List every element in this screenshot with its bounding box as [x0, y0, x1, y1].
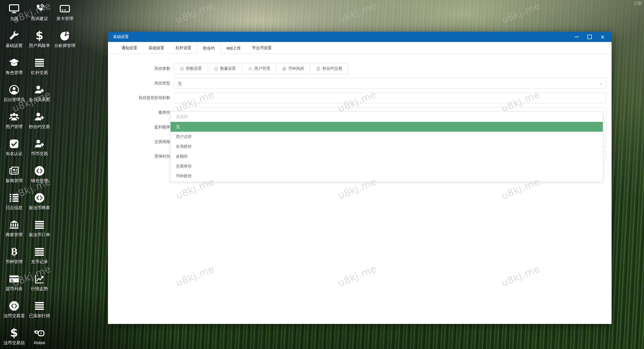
form-row-input[interactable]	[174, 93, 607, 103]
minimize-icon	[575, 37, 579, 37]
desktop-item[interactable]: 秒合约交易	[27, 109, 52, 136]
risk-type-label: 风控类型	[108, 81, 174, 86]
graduation-cap-icon	[8, 56, 20, 69]
risk-params-label: 风控参数	[108, 66, 174, 71]
desktop-item[interactable]: 发卡管理	[52, 1, 77, 28]
tab-leverage-settings[interactable]: 杠杆设置	[170, 42, 197, 53]
desktop-item[interactable]: 用户管理	[2, 109, 26, 136]
desktop-item[interactable]: 角色管理	[2, 55, 26, 82]
desktop-item[interactable]: 新法币商家	[27, 190, 52, 217]
dropdown-option[interactable]: 币种群控	[171, 171, 603, 181]
svg-text:$: $	[284, 67, 285, 70]
desktop-item[interactable]: 后台管理员	[2, 82, 26, 109]
desktop-item[interactable]: 投诉建议	[27, 1, 52, 28]
phone-icon	[34, 2, 45, 15]
tab-notify-settings[interactable]: 通知设置	[116, 42, 143, 53]
dollar-icon: $	[8, 326, 20, 339]
desktop-item[interactable]: 杠杆交易	[27, 55, 52, 82]
dropdown-option[interactable]: 金额控	[171, 151, 603, 161]
user-plus-icon	[34, 137, 45, 150]
desktop-item[interactable]: Robot	[27, 325, 52, 349]
risk-param-button[interactable]: i数量设置	[208, 63, 242, 74]
tab-basic-settings[interactable]: 基础设置	[143, 42, 170, 53]
svg-text:i: i	[216, 68, 216, 70]
desktop-item[interactable]: 已添加行情	[27, 298, 52, 325]
robot-icon	[34, 326, 45, 339]
settings-tabbar: 通知设置基础设置杠杆设置秒合约app上传平台币设置	[108, 42, 612, 54]
list-icon	[34, 56, 45, 69]
desktop-item[interactable]: B币种管理	[2, 244, 26, 271]
tab-app-upload[interactable]: app上传	[221, 42, 246, 53]
risk-param-button[interactable]: 秒合约交易	[310, 63, 348, 74]
tab-seconds-contract[interactable]: 秒合约	[197, 42, 221, 54]
risk-type-row: 风控类型 无 ▲	[108, 78, 612, 89]
desktop-item[interactable]: 钱包管理	[27, 163, 52, 190]
desktop-item-label: 用户管理	[6, 124, 23, 129]
corner-text: 正版	[634, 1, 642, 6]
user-icon	[248, 67, 252, 71]
desktop-item-label: Robot	[34, 340, 45, 345]
risk-param-button[interactable]: 用户管理	[242, 63, 276, 74]
form-row-label: 风控提前影响秒数	[108, 95, 174, 100]
risk-type-select[interactable]: 无 ▲	[174, 78, 607, 89]
desktop-item-label: 币币交易	[31, 151, 48, 156]
desktop-item-label: 后台管理员	[4, 97, 25, 102]
minimize-button[interactable]	[572, 33, 581, 41]
chart-icon	[34, 272, 45, 285]
maximize-button[interactable]	[585, 33, 594, 41]
monitor-icon	[8, 2, 20, 15]
desktop-item[interactable]: 分析师管理	[52, 28, 77, 55]
risk-type-value: 无	[178, 81, 182, 86]
maximize-icon	[587, 35, 592, 39]
admin-circle-icon	[8, 83, 20, 96]
form-row-label: 盈利概率	[108, 125, 174, 130]
desktop-item[interactable]: 实名认证	[2, 136, 26, 163]
desktop-item[interactable]: 新法币订单	[27, 217, 52, 244]
risk-param-button-label: 用户管理	[254, 66, 270, 71]
dropdown-option[interactable]: 交易单控	[171, 161, 603, 171]
form-row: 风控提前影响秒数	[108, 92, 612, 104]
dropdown-option[interactable]: 无	[171, 122, 603, 132]
desktop-item[interactable]: 行情走势	[27, 271, 52, 298]
form-row-label: 概率控	[108, 110, 174, 115]
desktop-item-label: 投诉建议	[31, 16, 48, 21]
card-icon	[59, 2, 70, 15]
bitcoin-icon: B	[8, 245, 20, 258]
desktop-icon-grid: 主题投诉建议发卡管理基础设置$用户风险率分析师管理角色管理杠杆交易后台管理员会员…	[2, 1, 77, 349]
svg-text:B: B	[11, 247, 18, 257]
desktop-item[interactable]: 日志信息	[2, 190, 26, 217]
dropdown-options: 无用户点控全局群控金额控交易单控币种群控	[171, 122, 603, 181]
desktop-item-label: 角色管理	[6, 70, 23, 75]
desktop-item-label: 主题	[10, 16, 18, 21]
desktop-item-label: 法币交易信	[4, 340, 25, 346]
window-controls: ×	[568, 33, 612, 41]
desktop-item[interactable]: 主题	[2, 1, 26, 28]
desktop-item[interactable]: 会员关系图	[27, 82, 52, 109]
desktop-item-label: 新法币商家	[29, 205, 50, 211]
dropdown-placeholder-option[interactable]: 请选择	[171, 112, 603, 122]
dropdown-option[interactable]: 用户点控	[171, 132, 603, 142]
desktop-item-label: 充币记录	[31, 259, 48, 265]
tab-platform-coin-settings[interactable]: 平台币设置	[246, 42, 277, 53]
desktop-item-label: 提币列表	[6, 286, 23, 292]
risk-param-button[interactable]: 秒数设置	[174, 63, 208, 74]
desktop-item[interactable]: 法币交易需	[2, 298, 26, 325]
desktop-item-label: 杠杆交易	[31, 70, 48, 75]
window-titlebar[interactable]: 基础设置 ×	[108, 32, 612, 42]
desktop-item-label: 币种管理	[6, 259, 23, 265]
dropdown-option[interactable]: 全局群控	[171, 142, 603, 151]
desktop-item[interactable]: $法币交易信	[2, 325, 26, 349]
desktop-item[interactable]: $用户风险率	[27, 28, 52, 55]
desktop-item[interactable]: 提币列表	[2, 271, 26, 298]
desktop-item[interactable]: 基础设置	[2, 28, 26, 55]
desktop-item-label: 日志信息	[6, 205, 23, 211]
user-plus-icon	[34, 83, 45, 96]
desktop-item-label: 新法币订单	[29, 232, 50, 238]
close-button[interactable]: ×	[598, 33, 607, 41]
desktop-item-label: 分析师管理	[54, 43, 76, 48]
desktop-item[interactable]: 币币交易	[27, 136, 52, 163]
desktop-item[interactable]: 新闻管理	[2, 163, 26, 190]
risk-param-button[interactable]: $币种风控	[276, 63, 310, 74]
desktop-item[interactable]: 商家管理	[2, 217, 26, 244]
desktop-item[interactable]: 充币记录	[27, 244, 52, 271]
